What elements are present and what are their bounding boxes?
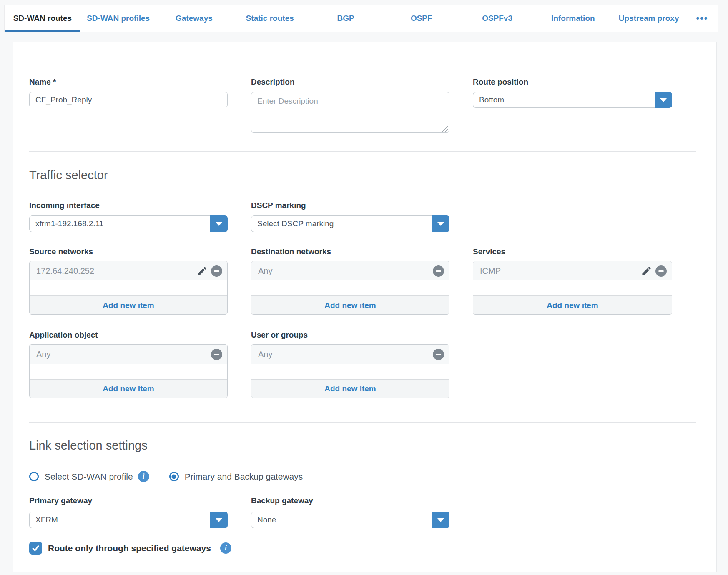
- add-new-item-button[interactable]: Add new item: [30, 295, 227, 314]
- remove-icon[interactable]: [211, 265, 222, 277]
- radio-option-sdwan-profile[interactable]: Select SD-WAN profile: [29, 472, 133, 482]
- chevron-down-icon: [437, 222, 444, 226]
- link-selection-heading: Link selection settings: [29, 439, 696, 452]
- source-networks-label: Source networks: [29, 247, 228, 256]
- source-networks-listbox: 172.64.240.252 Add new item: [29, 261, 228, 315]
- destination-networks-label: Destination networks: [251, 247, 449, 256]
- tab-sdwan-profiles[interactable]: SD-WAN profiles: [80, 5, 156, 32]
- tab-ospfv3[interactable]: OSPFv3: [459, 5, 535, 32]
- add-new-item-button[interactable]: Add new item: [30, 379, 227, 398]
- name-label: Name *: [29, 78, 228, 87]
- checkbox-checked-icon[interactable]: [29, 542, 42, 555]
- incoming-interface-label: Incoming interface: [29, 201, 228, 210]
- radio-unselected-icon[interactable]: [29, 472, 39, 481]
- list-item: Any: [30, 345, 227, 364]
- tab-ospf[interactable]: OSPF: [384, 5, 459, 32]
- dscp-value: Select DSCP marking: [251, 216, 432, 232]
- primary-gateway-field-group: Primary gateway XFRM: [29, 496, 228, 528]
- description-textarea[interactable]: [251, 92, 449, 132]
- primary-gateway-select[interactable]: XFRM: [29, 512, 228, 528]
- application-object-listbox: Any Add new item: [29, 344, 228, 398]
- backup-gateway-dropdown-button[interactable]: [432, 512, 449, 528]
- incoming-interface-field-group: Incoming interface xfrm1-192.168.2.11: [29, 201, 228, 232]
- description-field-group: Description: [251, 78, 449, 134]
- radio-option-primary-backup[interactable]: Primary and Backup gateways: [169, 472, 303, 482]
- primary-gateway-dropdown-button[interactable]: [210, 512, 228, 528]
- info-icon[interactable]: i: [138, 471, 149, 482]
- incoming-interface-select[interactable]: xfrm1-192.168.2.11: [29, 215, 228, 232]
- link-selection-radio-row: Select SD-WAN profile i Primary and Back…: [29, 471, 696, 482]
- destination-networks-listbox: Any Add new item: [251, 261, 449, 315]
- chevron-down-icon: [216, 518, 222, 522]
- services-listbox: ICMP Add new item: [473, 261, 672, 315]
- name-input[interactable]: [29, 92, 228, 108]
- tab-upstream-proxy[interactable]: Upstream proxy: [611, 5, 687, 32]
- divider: [29, 151, 696, 152]
- dscp-dropdown-button[interactable]: [432, 215, 449, 232]
- route-position-value: Bottom: [473, 92, 655, 108]
- backup-gateway-field-group: Backup gateway None: [251, 496, 449, 528]
- remove-icon[interactable]: [433, 349, 444, 360]
- ellipsis-icon: •••: [696, 13, 708, 24]
- tab-information[interactable]: Information: [535, 5, 611, 32]
- chevron-down-icon: [660, 98, 667, 102]
- route-only-label: Route only through specified gateways: [48, 543, 211, 553]
- divider: [29, 422, 696, 422]
- route-position-label: Route position: [473, 78, 672, 87]
- tab-sdwan-routes[interactable]: SD-WAN routes: [5, 5, 80, 32]
- list-item: ICMP: [473, 261, 672, 280]
- user-or-groups-listbox: Any Add new item: [251, 344, 449, 398]
- dscp-select[interactable]: Select DSCP marking: [251, 215, 449, 232]
- description-label: Description: [251, 78, 449, 87]
- list-item: 172.64.240.252: [30, 261, 227, 280]
- tab-bar: SD-WAN routes SD-WAN profiles Gateways S…: [4, 5, 718, 32]
- route-position-select[interactable]: Bottom: [473, 92, 672, 108]
- application-object-group: Application object Any Add new item: [29, 330, 228, 398]
- radio-label: Primary and Backup gateways: [185, 472, 303, 482]
- route-position-field-group: Route position Bottom: [473, 78, 672, 134]
- backup-gateway-value: None: [251, 512, 432, 528]
- info-icon[interactable]: i: [220, 542, 231, 554]
- traffic-selector-heading: Traffic selector: [29, 168, 696, 182]
- chevron-down-icon: [437, 518, 444, 522]
- gateways-row: Primary gateway XFRM Backup gateway None: [29, 496, 696, 528]
- name-field-group: Name *: [29, 78, 228, 134]
- radio-label: Select SD-WAN profile: [45, 472, 133, 482]
- networks-services-row: Source networks 172.64.240.252 Add new i…: [29, 247, 696, 315]
- application-users-row: Application object Any Add new item User…: [29, 330, 696, 398]
- radio-selected-icon[interactable]: [169, 472, 179, 481]
- edit-icon[interactable]: [641, 265, 652, 277]
- services-group: Services ICMP Add new item: [473, 247, 672, 315]
- incoming-interface-dropdown-button[interactable]: [210, 215, 228, 232]
- backup-gateway-label: Backup gateway: [251, 496, 449, 505]
- remove-icon[interactable]: [655, 265, 667, 277]
- tab-gateways[interactable]: Gateways: [156, 5, 232, 32]
- remove-icon[interactable]: [433, 265, 444, 277]
- tab-static-routes[interactable]: Static routes: [232, 5, 308, 32]
- primary-gateway-value: XFRM: [30, 512, 210, 528]
- destination-networks-group: Destination networks Any Add new item: [251, 247, 449, 315]
- route-position-dropdown-button[interactable]: [655, 92, 672, 108]
- incoming-interface-value: xfrm1-192.168.2.11: [30, 216, 210, 232]
- dscp-field-group: DSCP marking Select DSCP marking: [251, 201, 449, 232]
- edit-icon[interactable]: [196, 265, 208, 277]
- user-or-groups-label: User or groups: [251, 330, 449, 340]
- remove-icon[interactable]: [211, 349, 222, 360]
- services-label: Services: [473, 247, 672, 256]
- source-networks-group: Source networks 172.64.240.252 Add new i…: [29, 247, 228, 315]
- backup-gateway-select[interactable]: None: [251, 512, 449, 528]
- dscp-label: DSCP marking: [251, 201, 449, 210]
- list-item: Any: [251, 345, 449, 364]
- add-new-item-button[interactable]: Add new item: [251, 295, 449, 314]
- application-object-label: Application object: [29, 330, 228, 340]
- more-tabs-button[interactable]: •••: [687, 5, 718, 32]
- primary-gateway-label: Primary gateway: [29, 496, 228, 505]
- list-item: Any: [251, 261, 449, 280]
- chevron-down-icon: [216, 222, 222, 226]
- add-new-item-button[interactable]: Add new item: [251, 379, 449, 398]
- route-only-checkbox-row: Route only through specified gateways i: [29, 542, 696, 555]
- user-or-groups-group: User or groups Any Add new item: [251, 330, 449, 398]
- tab-bgp[interactable]: BGP: [308, 5, 384, 32]
- interface-dscp-row: Incoming interface xfrm1-192.168.2.11 DS…: [29, 201, 696, 232]
- add-new-item-button[interactable]: Add new item: [473, 295, 672, 314]
